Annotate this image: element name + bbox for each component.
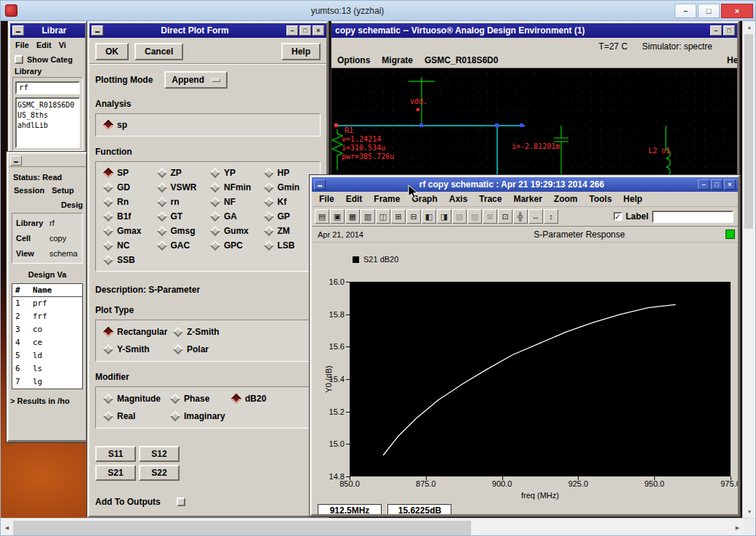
sparam-s11-button[interactable]: S11 xyxy=(95,446,136,462)
menu-file[interactable]: File xyxy=(313,192,340,206)
menu-frame[interactable]: Frame xyxy=(368,192,406,206)
library-item-ahdllib[interactable]: ahdlLib xyxy=(17,121,78,131)
log-x-icon[interactable]: ▧ xyxy=(452,209,467,224)
form-titlebar[interactable]: Direct Plot Form xyxy=(89,23,326,38)
zoom-x-icon[interactable]: ↔ xyxy=(528,209,543,224)
menu-options[interactable]: Options xyxy=(331,54,376,67)
schematic-titlebar[interactable]: copy schematic -- Virtuoso® Analog Desig… xyxy=(331,23,737,38)
modifier-real[interactable]: Real xyxy=(105,411,172,421)
scroll-up-button[interactable] xyxy=(743,21,756,33)
horizontal-scrollbar[interactable] xyxy=(1,518,756,536)
close-button[interactable] xyxy=(313,25,324,36)
function-nf[interactable]: NF xyxy=(212,197,265,207)
vertical-scroll-thumb[interactable] xyxy=(744,34,753,229)
table-row[interactable]: 3co xyxy=(12,323,82,336)
analysis-sp[interactable]: sp xyxy=(105,120,127,130)
maximize-button[interactable] xyxy=(698,4,720,18)
menu-setup[interactable]: Setup xyxy=(48,184,78,196)
window-menu-button[interactable] xyxy=(314,179,326,190)
trace-s21-db20[interactable] xyxy=(383,304,675,455)
print-icon[interactable]: ▤ xyxy=(315,209,329,224)
log-y-icon[interactable]: ▨ xyxy=(467,209,482,224)
snapshot-icon[interactable]: ▣ xyxy=(330,209,345,224)
scroll-right-button[interactable] xyxy=(731,521,744,535)
modifier-db20[interactable]: dB20 xyxy=(233,394,318,404)
function-sp[interactable]: SP xyxy=(105,168,158,178)
function-gac[interactable]: GAC xyxy=(158,240,212,251)
modifier-magnitude[interactable]: Magnitude xyxy=(105,394,172,404)
horizontal-scroll-thumb[interactable] xyxy=(13,521,471,535)
close-button[interactable] xyxy=(721,4,753,18)
library-list[interactable]: GSMC_R018S6D0US_8thsahdlLib xyxy=(15,97,80,148)
sparam-s12-button[interactable]: S12 xyxy=(139,446,180,462)
design-variables-table[interactable]: #Name 1prf2frf3co4ce5ld6ls7lg xyxy=(12,283,83,389)
marker-icon[interactable]: ⊠ xyxy=(483,209,497,224)
function-gumx[interactable]: Gumx xyxy=(212,226,265,236)
plot-type-z-smith[interactable]: Z-Smith xyxy=(174,327,318,337)
menu-help[interactable]: Help xyxy=(721,54,739,67)
menu-file[interactable]: File xyxy=(12,39,33,51)
pan-icon[interactable]: ╬ xyxy=(513,209,528,224)
next-subwindow-icon[interactable]: ◨ xyxy=(437,209,451,224)
window-menu-button[interactable] xyxy=(92,25,103,36)
function-b1f[interactable]: B1f xyxy=(105,211,158,222)
plot-type-rectangular[interactable]: Rectangular xyxy=(105,327,174,337)
window-menu-button[interactable] xyxy=(12,25,24,36)
function-zp[interactable]: ZP xyxy=(158,168,212,178)
scroll-left-button[interactable] xyxy=(1,521,13,535)
menu-tools[interactable]: Tools xyxy=(583,192,617,206)
vertical-scrollbar[interactable] xyxy=(742,21,755,518)
waveform-titlebar[interactable]: rf copy schematic : Apr 21 19:29:13 2014… xyxy=(312,177,738,192)
table-row[interactable]: 2frf xyxy=(12,310,82,323)
plot-canvas[interactable] xyxy=(350,282,731,476)
close-subwindow-icon[interactable]: ⊟ xyxy=(406,209,421,224)
zoom-y-icon[interactable]: ↕ xyxy=(544,209,558,224)
function-gmsg[interactable]: Gmsg xyxy=(158,226,212,236)
function-nfmin[interactable]: NFmin xyxy=(212,182,265,192)
modifier-phase[interactable]: Phase xyxy=(172,394,233,404)
minimize-button[interactable] xyxy=(675,4,696,18)
menu-zoom[interactable]: Zoom xyxy=(548,192,584,206)
ade-titlebar[interactable] xyxy=(9,154,86,167)
library-item-gsmc-r018s6d0[interactable]: GSMC_R018S6D0 xyxy=(17,100,78,110)
zoom-fit-icon[interactable]: ⊡ xyxy=(498,209,512,224)
function-ssb[interactable]: SSB xyxy=(105,255,158,265)
function-gpc[interactable]: GPC xyxy=(212,240,265,251)
menu-axis[interactable]: Axis xyxy=(443,192,473,206)
plot-type-polar[interactable]: Polar xyxy=(174,344,318,354)
legend[interactable]: S21 dB20 xyxy=(353,254,738,264)
new-subwindow-icon[interactable]: ⊞ xyxy=(391,209,406,224)
menu-session[interactable]: Session xyxy=(10,184,48,196)
strip-chart-icon[interactable]: ▥ xyxy=(361,209,375,224)
plot-type-y-smith[interactable]: Y-Smith xyxy=(105,344,174,354)
table-row[interactable]: 5ld xyxy=(12,349,82,362)
maximize-button[interactable] xyxy=(299,25,311,36)
minimize-button[interactable] xyxy=(710,25,722,36)
menu-help[interactable]: Help xyxy=(618,192,648,206)
table-row[interactable]: 4ce xyxy=(12,336,82,349)
function-rn[interactable]: Rn xyxy=(105,197,158,207)
menu-gsmc-r018s6d0[interactable]: GSMC_R018S6D0 xyxy=(419,54,504,67)
sparam-s21-button[interactable]: S21 xyxy=(95,465,136,481)
menu-marker[interactable]: Marker xyxy=(507,192,547,206)
menu-migrate[interactable]: Migrate xyxy=(376,54,419,67)
function-ga[interactable]: GA xyxy=(212,211,265,222)
minimize-button[interactable] xyxy=(286,25,298,36)
grid-icon[interactable]: ▦ xyxy=(345,209,360,224)
menu-trace[interactable]: Trace xyxy=(473,192,507,206)
label-checkbox[interactable] xyxy=(614,212,622,221)
minimize-button[interactable] xyxy=(698,179,709,190)
function-gt[interactable]: GT xyxy=(158,211,212,222)
table-row[interactable]: 1prf xyxy=(12,297,82,310)
modifier-imaginary[interactable]: Imaginary xyxy=(172,411,233,421)
function-rn[interactable]: rn xyxy=(158,197,212,207)
window-menu-button[interactable] xyxy=(10,155,22,166)
vnc-titlebar[interactable]: yumtso:13 (yzzhai) xyxy=(1,1,755,21)
menu-vi[interactable]: Vi xyxy=(55,39,70,51)
sparam-s22-button[interactable]: S22 xyxy=(139,465,180,481)
ok-button[interactable]: OK xyxy=(95,43,129,60)
close-button[interactable] xyxy=(724,179,736,190)
add-to-outputs-checkbox[interactable] xyxy=(177,498,185,506)
cancel-button[interactable]: Cancel xyxy=(134,43,183,60)
function-vswr[interactable]: VSWR xyxy=(158,182,212,192)
